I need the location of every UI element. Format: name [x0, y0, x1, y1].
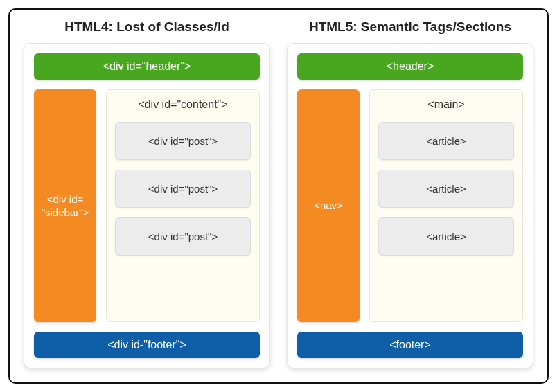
- panel-html5: HTML5: Semantic Tags/Sections <header> <…: [287, 19, 533, 368]
- post-block-html4: <div id="post">: [115, 170, 251, 208]
- post-block-html5: <article>: [378, 122, 514, 160]
- middle-row-html5: <nav> <main> <article> <article> <articl…: [297, 89, 523, 322]
- sidebar-block-html5: <nav>: [297, 89, 360, 322]
- panel-title-html4: HTML4: Lost of Classes/id: [24, 19, 270, 35]
- footer-block-html4: <div id-"footer">: [34, 332, 260, 358]
- post-block-html4: <div id="post">: [115, 217, 251, 256]
- panel-html4: HTML4: Lost of Classes/id <div id="heade…: [24, 19, 270, 368]
- content-title-html4: <div id="content">: [115, 97, 251, 112]
- post-block-html5: <article>: [378, 217, 514, 256]
- header-block-html5: <header>: [297, 53, 523, 80]
- content-title-html5: <main>: [378, 97, 514, 112]
- panel-title-html5: HTML5: Semantic Tags/Sections: [287, 19, 533, 35]
- card-html5: <header> <nav> <main> <article> <article…: [287, 43, 533, 368]
- content-block-html4: <div id="content"> <div id="post"> <div …: [106, 89, 260, 322]
- footer-block-html5: <footer>: [297, 332, 523, 358]
- card-html4: <div id="header"> <div id= "sidebar"> <d…: [24, 43, 270, 368]
- diagram-container: HTML4: Lost of Classes/id <div id="heade…: [8, 8, 549, 384]
- post-block-html5: <article>: [378, 170, 514, 208]
- post-block-html4: <div id="post">: [115, 122, 251, 160]
- middle-row-html4: <div id= "sidebar"> <div id="content"> <…: [34, 89, 260, 322]
- header-block-html4: <div id="header">: [34, 53, 260, 80]
- sidebar-block-html4: <div id= "sidebar">: [34, 89, 96, 322]
- content-block-html5: <main> <article> <article> <article>: [369, 89, 523, 322]
